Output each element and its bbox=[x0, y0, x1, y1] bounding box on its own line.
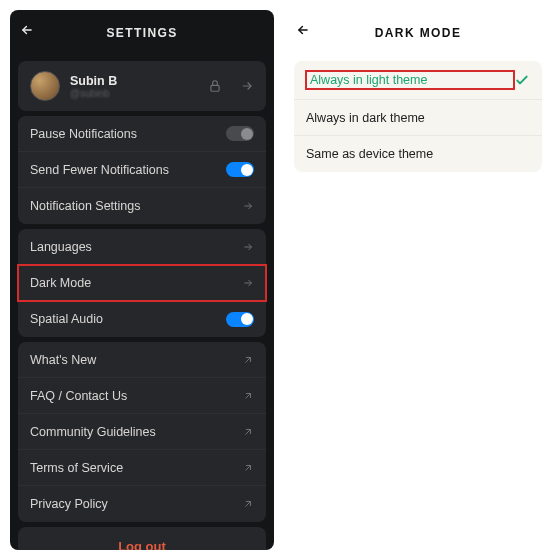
option-label: Always in dark theme bbox=[306, 111, 530, 125]
external-link-icon bbox=[242, 354, 254, 366]
option-label: Always in light theme bbox=[306, 71, 514, 89]
chevron-right-icon bbox=[240, 79, 254, 93]
chevron-right-icon bbox=[242, 277, 254, 289]
whats-new-row[interactable]: What's New bbox=[18, 342, 266, 378]
option-always-light[interactable]: Always in light theme bbox=[294, 61, 542, 100]
links-card: What's New FAQ / Contact Us Community Gu… bbox=[18, 342, 266, 522]
option-device-theme[interactable]: Same as device theme bbox=[294, 136, 542, 172]
notifications-card: Pause Notifications Send Fewer Notificat… bbox=[18, 116, 266, 224]
external-link-icon bbox=[242, 426, 254, 438]
page-title: DARK MODE bbox=[375, 26, 462, 40]
svg-rect-0 bbox=[211, 85, 219, 91]
row-label: FAQ / Contact Us bbox=[30, 389, 242, 403]
logout-card[interactable]: Log out bbox=[18, 527, 266, 550]
external-link-icon bbox=[242, 390, 254, 402]
languages-row[interactable]: Languages bbox=[18, 229, 266, 265]
lock-icon bbox=[208, 79, 222, 93]
preferences-card: Languages Dark Mode Spatial Audio bbox=[18, 229, 266, 337]
external-link-icon bbox=[242, 498, 254, 510]
profile-handle: @subinb bbox=[70, 88, 198, 99]
logout-button[interactable]: Log out bbox=[18, 527, 266, 550]
back-button[interactable] bbox=[20, 23, 34, 41]
send-fewer-notifications-row[interactable]: Send Fewer Notifications bbox=[18, 152, 266, 188]
external-link-icon bbox=[242, 462, 254, 474]
avatar bbox=[30, 71, 60, 101]
pause-notifications-row[interactable]: Pause Notifications bbox=[18, 116, 266, 152]
page-title: SETTINGS bbox=[106, 26, 177, 40]
row-label: Dark Mode bbox=[30, 276, 242, 290]
dark-mode-options: Always in light theme Always in dark the… bbox=[294, 61, 542, 172]
row-label: Privacy Policy bbox=[30, 497, 242, 511]
settings-screen: SETTINGS Subin B @subinb Pause Notificat… bbox=[10, 10, 274, 550]
notification-settings-row[interactable]: Notification Settings bbox=[18, 188, 266, 224]
row-label: Terms of Service bbox=[30, 461, 242, 475]
send-fewer-toggle[interactable] bbox=[226, 162, 254, 177]
faq-row[interactable]: FAQ / Contact Us bbox=[18, 378, 266, 414]
chevron-right-icon bbox=[242, 241, 254, 253]
check-icon bbox=[514, 72, 530, 88]
pause-notifications-toggle[interactable] bbox=[226, 126, 254, 141]
row-label: What's New bbox=[30, 353, 242, 367]
chevron-right-icon bbox=[242, 200, 254, 212]
dark-mode-screen: DARK MODE Always in light theme Always i… bbox=[286, 10, 550, 550]
row-label: Pause Notifications bbox=[30, 127, 226, 141]
tos-row[interactable]: Terms of Service bbox=[18, 450, 266, 486]
profile-card[interactable]: Subin B @subinb bbox=[18, 61, 266, 111]
profile-name: Subin B bbox=[70, 74, 198, 88]
dark-mode-row[interactable]: Dark Mode bbox=[18, 265, 266, 301]
spatial-audio-row[interactable]: Spatial Audio bbox=[18, 301, 266, 337]
row-label: Community Guidelines bbox=[30, 425, 242, 439]
settings-header: SETTINGS bbox=[10, 10, 274, 56]
back-button[interactable] bbox=[296, 23, 310, 41]
row-label: Languages bbox=[30, 240, 242, 254]
spatial-audio-toggle[interactable] bbox=[226, 312, 254, 327]
option-always-dark[interactable]: Always in dark theme bbox=[294, 100, 542, 136]
dark-mode-header: DARK MODE bbox=[286, 10, 550, 56]
community-guidelines-row[interactable]: Community Guidelines bbox=[18, 414, 266, 450]
row-label: Send Fewer Notifications bbox=[30, 163, 226, 177]
option-label: Same as device theme bbox=[306, 147, 530, 161]
row-label: Notification Settings bbox=[30, 199, 242, 213]
row-label: Spatial Audio bbox=[30, 312, 226, 326]
privacy-row[interactable]: Privacy Policy bbox=[18, 486, 266, 522]
